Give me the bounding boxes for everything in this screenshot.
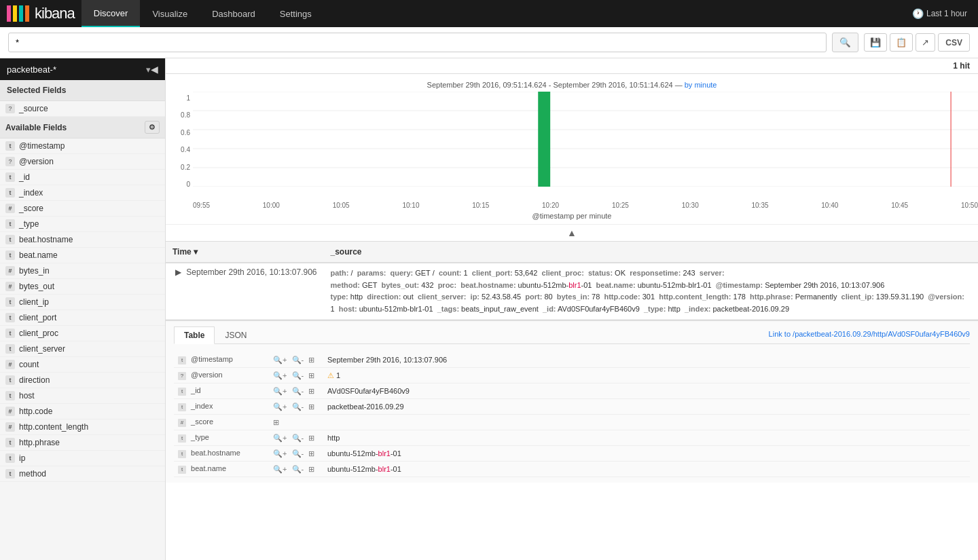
source-id-key: _id: xyxy=(543,305,556,313)
method-type-icon: t xyxy=(5,469,15,479)
field-http-content-length[interactable]: # http.content_length xyxy=(0,419,165,435)
csv-button[interactable]: CSV xyxy=(938,33,970,52)
detail-beat-hostname-type-icon: t xyxy=(178,450,186,458)
field-http-code[interactable]: # http.code xyxy=(0,404,165,419)
sidebar-collapse-button[interactable]: ◀ xyxy=(151,64,158,75)
nav-visualize[interactable]: Visualize xyxy=(140,0,200,27)
source-ip-key: ip: xyxy=(471,293,479,301)
time-value: September 29th 2016, 10:13:07.906 xyxy=(186,267,316,277)
detail-link[interactable]: Link to /packetbeat-2016.09.29/http/AVd0… xyxy=(769,326,970,343)
index-pattern-caret[interactable]: ▾ xyxy=(146,64,151,75)
top-navigation: kibana Discover Visualize Dashboard Sett… xyxy=(0,0,978,27)
field-client-server[interactable]: t client_server xyxy=(0,341,165,357)
expand-row-button[interactable]: ▶ xyxy=(173,267,184,277)
detail-id-value: AVd0SF0ufar4yFB460v9 xyxy=(323,384,970,399)
filter-remove-icon[interactable]: 🔍- xyxy=(292,356,304,364)
detail-toggle-icon-type[interactable]: ⊞ xyxy=(308,434,314,442)
filter-add-icon-type[interactable]: 🔍+ xyxy=(273,434,287,442)
detail-field-score: # _score xyxy=(174,415,269,430)
detail-toggle-icon-bn[interactable]: ⊞ xyxy=(308,465,314,473)
x-label-955: 09:55 xyxy=(193,202,210,209)
field-version[interactable]: ? @version xyxy=(0,154,165,170)
detail-toggle-icon[interactable]: ⊞ xyxy=(308,356,314,364)
time-range[interactable]: 🕐 Last 1 hour xyxy=(912,8,978,19)
filter-add-icon-id[interactable]: 🔍+ xyxy=(273,387,287,395)
field-index[interactable]: t _index xyxy=(0,185,165,201)
tab-table[interactable]: Table xyxy=(174,326,215,344)
logo-bar-3 xyxy=(19,5,23,22)
filter-remove-icon-idx[interactable]: 🔍- xyxy=(292,403,304,411)
filter-add-icon-bn[interactable]: 🔍+ xyxy=(273,465,287,473)
detail-toggle-icon-bh[interactable]: ⊞ xyxy=(308,449,314,458)
field-http-phrase[interactable]: t http.phrase xyxy=(0,435,165,451)
field-client-port[interactable]: t client_port xyxy=(0,310,165,326)
y-axis: 1 0.8 0.6 0.4 0.2 0 xyxy=(166,92,193,200)
field-bytes-in[interactable]: # bytes_in xyxy=(0,263,165,279)
load-button[interactable]: 📋 xyxy=(890,33,913,52)
filter-remove-icon-id[interactable]: 🔍- xyxy=(292,387,304,395)
save-button[interactable]: 💾 xyxy=(864,33,887,52)
source-type2-key: _type: xyxy=(644,305,666,313)
filter-add-icon-bh[interactable]: 🔍+ xyxy=(273,449,287,458)
hits-bar: 1 hit xyxy=(166,58,978,74)
filter-remove-icon-type[interactable]: 🔍- xyxy=(292,434,304,442)
id-type-icon: t xyxy=(5,172,15,182)
time-cell: ▶ September 29th 2016, 10:13:07.906 xyxy=(166,263,324,320)
field-bytes-out[interactable]: # bytes_out xyxy=(0,279,165,295)
source-preview: path: / params: query: GET / count: 1 cl… xyxy=(331,267,972,315)
nav-dashboard[interactable]: Dashboard xyxy=(200,0,268,27)
detail-beat-hostname-icons[interactable]: 🔍+ 🔍- ⊞ xyxy=(269,446,323,462)
field-ip[interactable]: t ip xyxy=(0,451,165,466)
selected-field-source[interactable]: ? _source xyxy=(0,101,165,117)
axis-label: @timestamp per minute xyxy=(166,210,978,224)
field-method[interactable]: t method xyxy=(0,466,165,482)
filter-remove-icon-bn[interactable]: 🔍- xyxy=(292,465,304,473)
field-score[interactable]: # _score xyxy=(0,201,165,217)
share-button[interactable]: ↗ xyxy=(916,33,935,52)
tab-json[interactable]: JSON xyxy=(215,326,257,344)
filter-remove-icon-bh[interactable]: 🔍- xyxy=(292,449,304,458)
field-direction[interactable]: t direction xyxy=(0,373,165,388)
gear-button[interactable]: ⚙ xyxy=(145,121,160,134)
search-button[interactable]: 🔍 xyxy=(832,33,858,52)
filter-add-icon-idx[interactable]: 🔍+ xyxy=(273,403,287,411)
detail-timestamp-icons[interactable]: 🔍+ 🔍- ⊞ xyxy=(269,352,323,368)
source-tags-key: _tags: xyxy=(437,305,459,313)
logo-bar-2 xyxy=(13,5,17,22)
chart-collapse-button[interactable]: ▲ xyxy=(166,224,978,241)
detail-toggle-icon-score[interactable]: ⊞ xyxy=(273,418,279,426)
filter-add-icon[interactable]: 🔍+ xyxy=(273,356,287,364)
x-label-1020: 10:20 xyxy=(542,202,559,209)
field-count[interactable]: # count xyxy=(0,357,165,373)
client-proc-type-icon: t xyxy=(5,329,15,338)
filter-add-icon-v[interactable]: 🔍+ xyxy=(273,371,287,379)
field-client-proc[interactable]: t client_proc xyxy=(0,326,165,341)
nav-settings[interactable]: Settings xyxy=(268,0,324,27)
y-label-6: 0 xyxy=(186,181,190,188)
search-input[interactable] xyxy=(8,33,827,52)
detail-type-icons[interactable]: 🔍+ 🔍- ⊞ xyxy=(269,430,323,446)
detail-toggle-icon-id[interactable]: ⊞ xyxy=(308,387,314,395)
content-area: 1 hit September 29th 2016, 09:51:14.624 … xyxy=(166,58,978,560)
detail-id-icons[interactable]: 🔍+ 🔍- ⊞ xyxy=(269,384,323,399)
field-host[interactable]: t host xyxy=(0,388,165,404)
filter-remove-icon-v[interactable]: 🔍- xyxy=(292,371,304,379)
field-beat-name[interactable]: t beat.name xyxy=(0,248,165,263)
detail-index-icons[interactable]: 🔍+ 🔍- ⊞ xyxy=(269,399,323,415)
field-client-ip[interactable]: t client_ip xyxy=(0,295,165,310)
source-type-key: type: xyxy=(331,293,348,301)
field-type[interactable]: t _type xyxy=(0,217,165,232)
field-id[interactable]: t _id xyxy=(0,170,165,185)
detail-toggle-icon-v[interactable]: ⊞ xyxy=(308,371,314,379)
nav-discover[interactable]: Discover xyxy=(82,0,141,27)
field-beat-hostname[interactable]: t beat.hostname xyxy=(0,232,165,248)
field-timestamp[interactable]: t @timestamp xyxy=(0,138,165,154)
detail-toggle-icon-idx[interactable]: ⊞ xyxy=(308,403,314,411)
source-index-key: _index: xyxy=(685,305,711,313)
detail-version-icons[interactable]: 🔍+ 🔍- ⊞ xyxy=(269,368,323,384)
detail-row-beat-name: t beat.name 🔍+ 🔍- ⊞ ubuntu-512mb-blr1-01 xyxy=(174,462,970,477)
load-icon: 📋 xyxy=(896,37,907,48)
bytes-out-field-name: bytes_out xyxy=(19,282,54,291)
by-minute-link[interactable]: by minute xyxy=(685,81,717,89)
detail-beat-name-icons[interactable]: 🔍+ 🔍- ⊞ xyxy=(269,462,323,477)
